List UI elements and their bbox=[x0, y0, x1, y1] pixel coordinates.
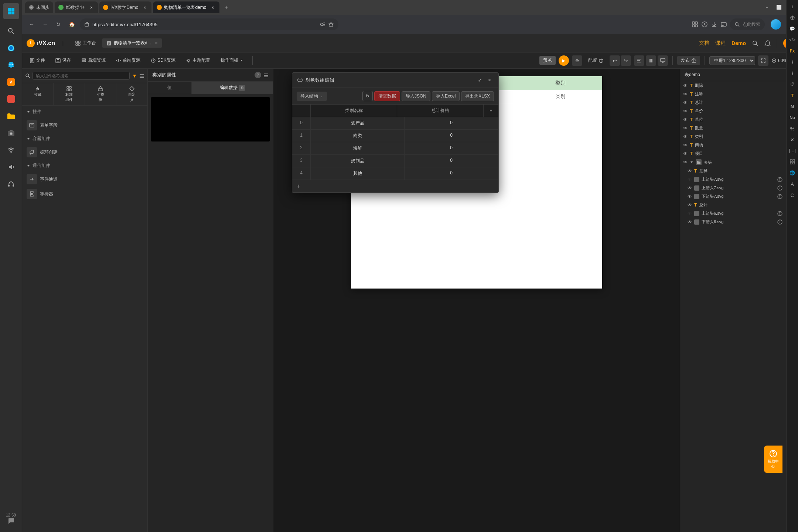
eye-total[interactable]: 👁 bbox=[683, 100, 688, 105]
row-name-2[interactable]: 海鲜 bbox=[311, 142, 405, 154]
layer-item-header-group[interactable]: 👁 表头 bbox=[680, 158, 785, 167]
layer-item-total[interactable]: 👁 T 总计 bbox=[680, 98, 785, 107]
file-button[interactable]: 文件 bbox=[27, 56, 48, 65]
bell-icon[interactable] bbox=[764, 40, 771, 47]
tab-shopping[interactable]: 购物清单一览表demo ✕ bbox=[153, 1, 219, 13]
home-button[interactable]: 🏠 bbox=[66, 19, 77, 30]
layer-item-market[interactable]: 👁 T 商场 bbox=[680, 141, 785, 149]
rs-nu-icon[interactable]: Nu bbox=[787, 112, 798, 123]
panel-menu-icon[interactable] bbox=[263, 72, 269, 78]
rs-x-icon[interactable]: ✕ bbox=[787, 134, 798, 145]
frontend-resource-button[interactable]: 前端资源 bbox=[113, 56, 143, 65]
layer-item-quantity[interactable]: 👁 T 数量 bbox=[680, 124, 785, 132]
add-row-button[interactable]: + bbox=[292, 180, 498, 192]
menu-icon[interactable] bbox=[139, 73, 144, 78]
start-button[interactable] bbox=[3, 3, 19, 19]
layer-item-unit-price[interactable]: 👁 T 单价 bbox=[680, 107, 785, 115]
layer-item-up-arrow-7[interactable]: 👁 上箭头7.svg bbox=[680, 184, 785, 192]
wifi-icon[interactable] bbox=[3, 142, 19, 158]
save-button[interactable]: 保存 bbox=[52, 56, 74, 65]
component-search-input[interactable] bbox=[33, 72, 130, 80]
undo-button[interactable]: ↩ bbox=[610, 55, 620, 66]
import-structure-button[interactable]: 导入结构 bbox=[297, 92, 327, 101]
row-name-3[interactable]: 奶制品 bbox=[311, 155, 405, 167]
rs-percent-icon[interactable]: % bbox=[787, 123, 798, 134]
row-name-1[interactable]: 肉类 bbox=[311, 130, 405, 142]
theme-config-button[interactable]: 主题配置 bbox=[183, 56, 213, 65]
layer-item-project[interactable]: 👁 T 项目 bbox=[680, 149, 785, 158]
canvas-area[interactable]: 项目 商场 类别 项目 bbox=[273, 69, 680, 532]
panel-tab-value[interactable]: 值 bbox=[148, 82, 192, 94]
qq-icon[interactable] bbox=[3, 57, 19, 73]
tab-h5data-close[interactable]: ✕ bbox=[88, 4, 94, 10]
eye-category[interactable]: 👁 bbox=[683, 134, 688, 139]
eye-uparrow7-hidden[interactable]: 👁 bbox=[688, 177, 692, 182]
filter-icon[interactable]: ▼ bbox=[132, 73, 137, 79]
eye-header-group[interactable]: 👁 bbox=[683, 160, 688, 165]
modal-expand-button[interactable]: ⤢ bbox=[476, 76, 484, 84]
layer-item-comment[interactable]: 👁 T 注释 bbox=[680, 90, 785, 98]
row-name-4[interactable]: 其他 bbox=[311, 167, 405, 180]
rs-N-icon[interactable]: N bbox=[787, 101, 798, 112]
rs-grid-icon[interactable] bbox=[787, 157, 798, 167]
rs-info3-icon[interactable]: ℹ bbox=[787, 69, 798, 78]
play-button[interactable]: ▶ bbox=[559, 55, 569, 66]
sidebar-section-container[interactable]: 容器组件 bbox=[22, 133, 147, 145]
info-small-icon3[interactable] bbox=[777, 194, 782, 199]
sidebar-item-wait[interactable]: 等待器 bbox=[22, 187, 147, 201]
layer-item-header-comment[interactable]: 👁 T 注释 bbox=[680, 167, 785, 175]
tab-project[interactable]: 购物清单一览表d... ✕ bbox=[102, 38, 162, 48]
preview-button[interactable]: 预览 bbox=[539, 56, 556, 65]
deploy-button[interactable]: 配置 bbox=[585, 56, 607, 65]
eye-comment[interactable]: 👁 bbox=[683, 92, 688, 97]
screen-select[interactable]: 中屏1 1280*800 bbox=[709, 56, 755, 65]
expand-arrow-icon[interactable] bbox=[690, 160, 693, 164]
eye-unit-price[interactable]: 👁 bbox=[683, 109, 688, 114]
eye-downarrow7[interactable]: 👁 bbox=[688, 194, 692, 199]
sidebar-tab-custom[interactable]: 自定义 bbox=[116, 83, 147, 105]
info-small-icon2[interactable] bbox=[777, 185, 782, 191]
add-column-button[interactable]: + bbox=[484, 105, 498, 117]
refresh-data-button[interactable]: ↻ bbox=[362, 91, 373, 101]
panel-tab-edit-data[interactable]: 编辑数据 ⎘ bbox=[192, 82, 273, 94]
import-json-button[interactable]: 导入JSON bbox=[402, 91, 430, 101]
tab-shopping-close[interactable]: ✕ bbox=[210, 4, 216, 10]
redo-button[interactable]: ↪ bbox=[621, 55, 631, 66]
new-tab-button[interactable]: + bbox=[221, 2, 231, 13]
tab-ivx-demo[interactable]: IVX教学Demo ✕ bbox=[99, 1, 151, 13]
forward-button[interactable]: → bbox=[40, 19, 50, 30]
panel-help-icon[interactable]: ? bbox=[255, 72, 261, 78]
backend-resource-button[interactable]: 后端资源 bbox=[78, 56, 109, 65]
tab-ivx-close[interactable]: ✕ bbox=[142, 4, 148, 10]
import-excel-button[interactable]: 导入Excel bbox=[432, 91, 460, 101]
sidebar-item-cycle-create[interactable]: 循环创建 bbox=[22, 145, 147, 160]
sidebar-section-communication[interactable]: 通信组件 bbox=[22, 160, 147, 172]
eye-quantity[interactable]: 👁 bbox=[683, 126, 688, 131]
tab-h5data[interactable]: h5数据4+ ✕ bbox=[55, 1, 98, 13]
edge-browser-icon[interactable] bbox=[3, 40, 19, 56]
project-tab-close[interactable]: ✕ bbox=[155, 41, 158, 45]
eye-uparrow7[interactable]: 👁 bbox=[688, 185, 692, 191]
export-xlsx-button[interactable]: 导出为XLSX bbox=[461, 91, 494, 101]
camera-icon[interactable] bbox=[3, 125, 19, 141]
zoom-out-icon[interactable] bbox=[771, 58, 777, 63]
folder-icon[interactable] bbox=[3, 108, 19, 124]
align-left-button[interactable] bbox=[634, 55, 644, 66]
eye-market[interactable]: 👁 bbox=[683, 143, 688, 148]
eye-uparrow6-hidden[interactable]: 👁 bbox=[688, 211, 692, 216]
sidebar-item-form-field[interactable]: 表单字段 bbox=[22, 118, 147, 133]
refresh-button[interactable]: ↻ bbox=[53, 19, 64, 30]
publish-button[interactable]: 发布 bbox=[677, 56, 700, 65]
info-small-icon[interactable] bbox=[777, 177, 782, 182]
help-center-button[interactable]: 帮助中心 bbox=[764, 446, 782, 473]
eye-header-total[interactable]: 👁 bbox=[688, 202, 692, 208]
chat-icon[interactable] bbox=[3, 513, 19, 529]
profile-avatar[interactable] bbox=[771, 19, 781, 30]
sidebar-section-widget[interactable]: 挂件 bbox=[22, 106, 147, 118]
rs-globe-icon[interactable]: 🌐 bbox=[787, 168, 798, 178]
monitor-button[interactable] bbox=[658, 55, 668, 66]
eye-unit[interactable]: 👁 bbox=[683, 117, 688, 122]
back-button[interactable]: ← bbox=[27, 19, 37, 30]
operation-panel-button[interactable]: 操作面板 bbox=[218, 56, 246, 65]
eye-delete[interactable]: 👁 bbox=[683, 83, 688, 88]
